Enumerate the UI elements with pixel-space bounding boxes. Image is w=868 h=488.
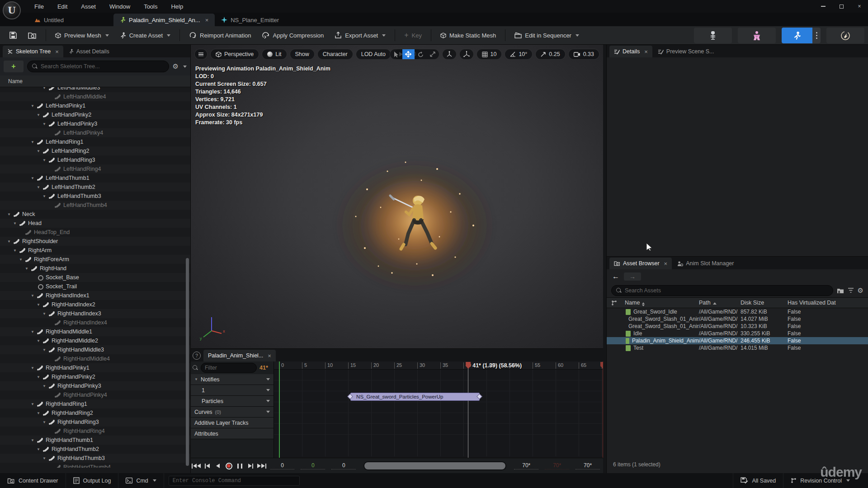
- tree-item-LeftHandThumb1[interactable]: ▼LeftHandThumb1: [0, 174, 190, 183]
- tree-item-Head[interactable]: ▼Head: [0, 219, 190, 228]
- tree-item-RightHandMiddle2[interactable]: ▼RightHandMiddle2: [0, 336, 190, 345]
- expander-icon[interactable]: ▼: [194, 377, 198, 381]
- tab-anim-slot-manager[interactable]: Anim Slot Manager: [673, 258, 738, 269]
- forward-arrow-icon[interactable]: →: [624, 272, 641, 281]
- expander-icon[interactable]: ▼: [30, 140, 35, 144]
- close-tab-icon[interactable]: ×: [268, 352, 271, 359]
- preview-mesh-button[interactable]: Preview Mesh: [51, 29, 113, 42]
- expander-icon[interactable]: ▼: [42, 420, 47, 424]
- restore-button[interactable]: [836, 2, 846, 10]
- column-has-virtualized[interactable]: Has Virtualized Dat: [788, 300, 868, 306]
- menu-asset[interactable]: Asset: [75, 1, 101, 12]
- expander-icon[interactable]: ▼: [30, 438, 35, 442]
- expander-icon[interactable]: ▼: [30, 294, 35, 298]
- tree-item-RightHandRing3[interactable]: ▼RightHandRing3: [0, 418, 190, 427]
- close-button[interactable]: ×: [854, 2, 864, 10]
- chevron-down-icon[interactable]: [183, 66, 187, 68]
- lit-button[interactable]: Lit: [262, 49, 287, 60]
- scale-tool-button[interactable]: [427, 49, 439, 60]
- pause-button[interactable]: [234, 460, 245, 471]
- tab-asset-browser[interactable]: Asset Browser ×: [609, 258, 672, 269]
- tree-item-LeftHandThumb2[interactable]: ▼LeftHandThumb2: [0, 183, 190, 192]
- tab-asset-details[interactable]: Asset Details: [64, 46, 114, 57]
- expander-icon[interactable]: ▼: [42, 348, 47, 352]
- tree-item-LeftHandPinky1[interactable]: ▼LeftHandPinky1: [0, 101, 190, 110]
- tree-item-RightArm[interactable]: ▼RightArm: [0, 246, 190, 255]
- physics-mode-button[interactable]: [826, 28, 864, 43]
- minimize-button[interactable]: [818, 2, 828, 10]
- tree-item-RightHandPinky2[interactable]: ▼RightHandPinky2: [0, 372, 190, 381]
- track-1[interactable]: 1: [191, 385, 274, 396]
- expander-icon[interactable]: ▼: [30, 366, 35, 370]
- make-static-mesh-button[interactable]: Make Static Mesh: [436, 29, 500, 42]
- tree-item-LeftHandRing4[interactable]: LeftHandRing4: [0, 164, 190, 174]
- expander-icon[interactable]: ▼: [42, 384, 47, 388]
- filter-icon[interactable]: [848, 288, 854, 293]
- sources-folder-icon[interactable]: [837, 288, 844, 294]
- record-button[interactable]: [223, 460, 234, 471]
- play-reverse-button[interactable]: [212, 460, 223, 471]
- tree-item-RightHandIndex2[interactable]: ▼RightHandIndex2: [0, 300, 190, 309]
- save-button[interactable]: [5, 28, 22, 42]
- tab-untitled[interactable]: Untitled: [28, 14, 70, 26]
- rotate-tool-button[interactable]: [415, 49, 427, 60]
- timeline-scrollbar[interactable]: [363, 461, 506, 470]
- expander-icon[interactable]: ▼: [36, 447, 41, 451]
- expander-icon[interactable]: ▼: [12, 249, 18, 253]
- animation-mode-options-icon[interactable]: [812, 28, 821, 43]
- menu-tools[interactable]: Tools: [138, 1, 163, 12]
- tree-item-RightHandMiddle3[interactable]: ▼RightHandMiddle3: [0, 345, 190, 354]
- tree-item-LeftHandPinky4[interactable]: LeftHandPinky4: [0, 128, 190, 137]
- menu-edit[interactable]: Edit: [52, 1, 73, 12]
- tree-item-RightHandRing1[interactable]: ▼RightHandRing1: [0, 399, 190, 408]
- expander-icon[interactable]: ▼: [42, 87, 47, 90]
- tree-item-RightHandThumb3[interactable]: ▼RightHandThumb3: [0, 454, 190, 463]
- skeleton-mode-button[interactable]: [694, 28, 732, 43]
- animation-mode-button[interactable]: [782, 28, 812, 43]
- menu-file[interactable]: File: [29, 1, 49, 12]
- chevron-down-icon[interactable]: [266, 411, 270, 413]
- asset-search-input[interactable]: Search Assets: [611, 285, 833, 296]
- tree-item-HeadTop_End[interactable]: HeadTop_End: [0, 228, 190, 237]
- export-asset-button[interactable]: Export Asset: [330, 28, 390, 42]
- tree-scrollbar[interactable]: [186, 258, 189, 466]
- tree-item-LeftHandPinky3[interactable]: ▼LeftHandPinky3: [0, 119, 190, 128]
- tree-item-LeftHandMiddle3[interactable]: ▼LeftHandMiddle3: [0, 87, 190, 92]
- expander-icon[interactable]: ▼: [42, 194, 47, 198]
- expander-icon[interactable]: ▼: [30, 176, 35, 180]
- browse-to-asset-button[interactable]: [24, 28, 41, 42]
- asset-row-Test[interactable]: Test/All/Game/RND/14.015 MiBFalse: [607, 344, 868, 352]
- step-forward-button[interactable]: [245, 460, 256, 471]
- timeline-ruler[interactable]: 0510152025303540455055606570: [274, 361, 603, 370]
- tree-item-RightForeArm[interactable]: ▼RightForeArm: [0, 255, 190, 264]
- tree-item-Neck[interactable]: ▼Neck: [0, 210, 190, 219]
- expander-icon[interactable]: ▼: [24, 267, 29, 271]
- expander-icon[interactable]: ▼: [12, 221, 18, 225]
- tree-item-RightShoulder[interactable]: ▼RightShoulder: [0, 237, 190, 246]
- create-asset-button[interactable]: Create Asset: [115, 29, 175, 42]
- tab-ns-plane-emitter[interactable]: NS_Plane_Emitter: [215, 14, 285, 26]
- track-attributes[interactable]: Attributes: [191, 428, 274, 439]
- select-tool-button[interactable]: [390, 49, 402, 60]
- content-drawer-button[interactable]: Content Drawer: [0, 473, 66, 488]
- all-saved-button[interactable]: All Saved: [733, 473, 783, 488]
- tree-item-LeftHandThumb3[interactable]: ▼LeftHandThumb3: [0, 192, 190, 201]
- character-button[interactable]: Character: [317, 49, 353, 60]
- reimport-animation-button[interactable]: Reimport Animation: [184, 28, 255, 42]
- expander-icon[interactable]: ▼: [42, 122, 47, 126]
- track-additive-layer-tracks[interactable]: Additive Layer Tracks: [191, 418, 274, 428]
- show-button[interactable]: Show: [290, 49, 315, 60]
- tree-item-RightHandPinky4[interactable]: RightHandPinky4: [0, 390, 190, 399]
- scale-snap-button[interactable]: 0.25: [535, 49, 565, 60]
- skeleton-tree-search-input[interactable]: Search Skeleton Tree...: [27, 61, 169, 72]
- tab-preview-scene-settings[interactable]: Preview Scene S...: [653, 46, 719, 57]
- timeline-tab[interactable]: Paladin_Anim_Shiel... ×: [203, 350, 276, 361]
- go-to-end-button[interactable]: [256, 460, 267, 471]
- expander-icon[interactable]: ▼: [18, 258, 24, 262]
- tree-item-RightHandRing4[interactable]: RightHandRing4: [0, 427, 190, 436]
- timeline-filter-input[interactable]: Filter: [201, 363, 257, 373]
- expander-icon[interactable]: ▼: [36, 185, 41, 189]
- expander-icon[interactable]: ▼: [36, 339, 41, 343]
- tree-item-RightHandMiddle4[interactable]: RightHandMiddle4: [0, 354, 190, 363]
- tree-item-RightHandThumb1[interactable]: ▼RightHandThumb1: [0, 436, 190, 445]
